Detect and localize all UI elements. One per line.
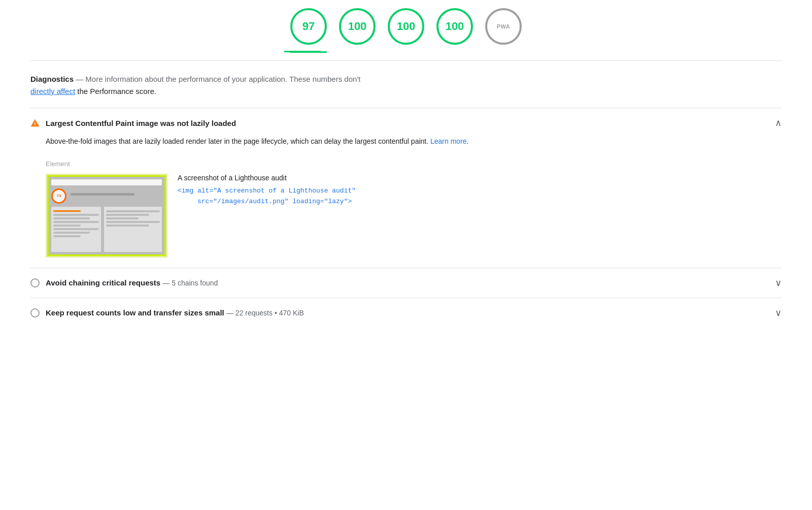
fake-left-panel bbox=[51, 207, 101, 252]
scores-bar: 97 100 100 100 PWA bbox=[0, 0, 812, 45]
score-performance[interactable]: 97 bbox=[290, 8, 327, 45]
audit-lcp-header-left: ! Largest Contentful Paint image was not… bbox=[30, 118, 236, 128]
audit-critical-meta: — 5 chains found bbox=[162, 279, 218, 287]
audit-request-counts: Keep request counts low and transfer siz… bbox=[30, 298, 782, 328]
audit-request-header[interactable]: Keep request counts low and transfer siz… bbox=[30, 308, 782, 317]
audit-critical-header[interactable]: Avoid chaining critical requests — 5 cha… bbox=[30, 278, 782, 288]
score-seo[interactable]: 100 bbox=[436, 8, 473, 45]
audit-lcp-chevron[interactable]: ∧ bbox=[775, 118, 782, 128]
info-circle-icon-2 bbox=[30, 308, 40, 317]
audit-critical-title: Avoid chaining critical requests — 5 cha… bbox=[46, 278, 218, 287]
audit-request-chevron[interactable]: ∨ bbox=[775, 308, 782, 317]
audit-critical-requests: Avoid chaining critical requests — 5 cha… bbox=[30, 268, 782, 298]
audit-request-meta: — 22 requests • 470 KiB bbox=[226, 309, 304, 317]
learn-more-link[interactable]: Learn more bbox=[430, 137, 467, 145]
fake-rline5 bbox=[106, 225, 149, 227]
audit-lcp-expanded: Above-the-fold images that are lazily lo… bbox=[30, 128, 782, 258]
fake-rline2 bbox=[106, 214, 149, 216]
fake-rline1 bbox=[106, 210, 160, 212]
active-tab-indicator bbox=[0, 51, 812, 52]
element-code: <img alt="A screenshot of a Lighthouse a… bbox=[178, 186, 782, 207]
diagnostics-suffix: the Performance score. bbox=[77, 87, 156, 95]
audit-lcp-title: Largest Contentful Paint image was not l… bbox=[46, 119, 236, 128]
fake-score-circle: 73 bbox=[51, 188, 66, 204]
audit-request-title: Keep request counts low and transfer siz… bbox=[46, 308, 304, 317]
diagnostics-description: — More information about the performance… bbox=[76, 75, 360, 83]
score-best-practices[interactable]: 100 bbox=[388, 8, 424, 45]
audit-lcp-header[interactable]: ! Largest Contentful Paint image was not… bbox=[30, 118, 782, 128]
audit-critical-chevron[interactable]: ∨ bbox=[775, 278, 782, 288]
fake-line2 bbox=[53, 214, 99, 216]
fake-line4 bbox=[53, 221, 99, 223]
fake-title-lines bbox=[71, 193, 162, 199]
fake-line5 bbox=[53, 225, 81, 227]
fake-title-line2 bbox=[71, 197, 116, 199]
info-circle-icon bbox=[30, 278, 40, 288]
score-pwa[interactable]: PWA bbox=[485, 8, 522, 45]
main-content: Diagnostics — More information about the… bbox=[0, 61, 812, 328]
diagnostics-header: Diagnostics — More information about the… bbox=[30, 61, 782, 108]
fake-rline3 bbox=[106, 217, 139, 219]
fake-line8 bbox=[53, 235, 81, 237]
fake-line7 bbox=[53, 232, 90, 234]
fake-score-row: 73 bbox=[51, 188, 162, 204]
fake-right-panel bbox=[104, 207, 162, 252]
element-row: 73 bbox=[46, 174, 782, 258]
audit-critical-header-left: Avoid chaining critical requests — 5 cha… bbox=[30, 278, 218, 288]
scores-container: 97 100 100 100 PWA bbox=[0, 0, 812, 52]
diagnostics-title: Diagnostics bbox=[30, 75, 74, 83]
audit-lcp-description: Above-the-fold images that are lazily lo… bbox=[46, 136, 782, 148]
fake-title-line1 bbox=[71, 193, 134, 196]
element-label: Element bbox=[46, 160, 782, 168]
audit-lcp-lazy-loaded: ! Largest Contentful Paint image was not… bbox=[30, 108, 782, 268]
fake-line1 bbox=[53, 210, 81, 212]
warning-icon: ! bbox=[30, 118, 40, 128]
svg-text:!: ! bbox=[35, 121, 36, 126]
audit-request-header-left: Keep request counts low and transfer siz… bbox=[30, 308, 304, 317]
fake-line3 bbox=[53, 217, 90, 219]
fake-line6 bbox=[53, 228, 99, 230]
score-accessibility[interactable]: 100 bbox=[339, 8, 376, 45]
element-info: A screenshot of a Lighthouse audit <img … bbox=[178, 174, 782, 207]
fake-header bbox=[51, 179, 162, 185]
fake-screenshot: 73 bbox=[47, 175, 166, 256]
directly-affect-link[interactable]: directly affect bbox=[30, 87, 75, 95]
fake-body bbox=[51, 207, 162, 252]
element-name: A screenshot of a Lighthouse audit bbox=[178, 174, 782, 182]
fake-rline4 bbox=[106, 221, 160, 223]
element-thumbnail: 73 bbox=[46, 174, 167, 258]
